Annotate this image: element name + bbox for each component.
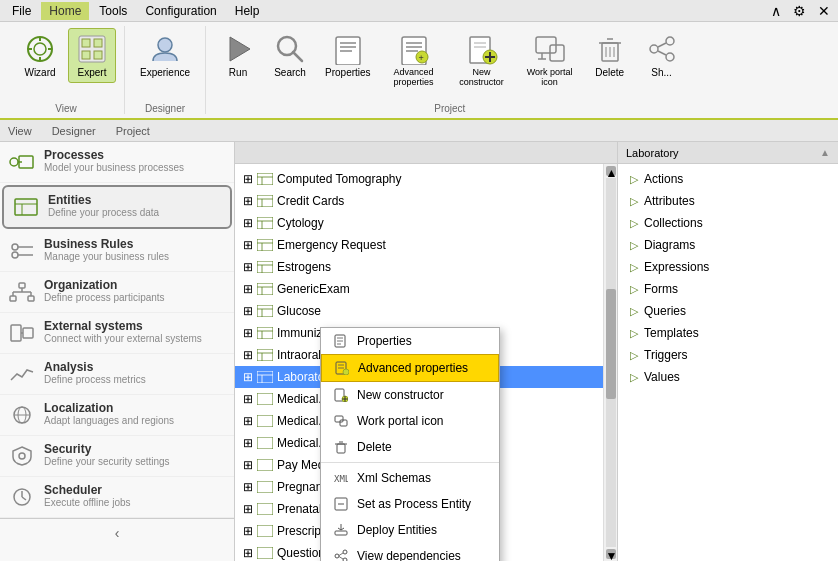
sidebar-item-security[interactable]: Security Define your security settings xyxy=(0,436,234,477)
ribbon-btn-run[interactable]: Run xyxy=(214,28,262,83)
sidebar-item-organization[interactable]: Organization Define process participants xyxy=(0,272,234,313)
svg-rect-63 xyxy=(11,325,21,341)
context-menu-sep1 xyxy=(321,462,499,463)
svg-rect-109 xyxy=(257,525,273,537)
entity-tree-icon xyxy=(257,545,273,561)
expander: ⊞ xyxy=(243,524,255,538)
right-item-triggers[interactable]: ▷ Triggers xyxy=(618,344,838,366)
context-menu-xml-schemas[interactable]: XML Xml Schemas xyxy=(321,465,499,491)
tree-item-computed-tomography[interactable]: ⊞ Computed Tomography xyxy=(235,168,617,190)
experience-icon xyxy=(149,33,181,65)
right-item-expressions[interactable]: ▷ Expressions xyxy=(618,256,838,278)
section-view-label: View xyxy=(8,125,32,137)
sidebar-item-processes[interactable]: Processes Model your business processes xyxy=(0,142,234,183)
context-menu-properties-label: Properties xyxy=(357,334,412,348)
window-minimize[interactable]: ∧ xyxy=(767,3,785,19)
context-menu-new-constructor[interactable]: New constructor xyxy=(321,382,499,408)
right-item-templates[interactable]: ▷ Templates xyxy=(618,322,838,344)
menu-file[interactable]: File xyxy=(4,2,39,20)
menu-help[interactable]: Help xyxy=(227,2,268,20)
view-group-label: View xyxy=(55,103,77,114)
ribbon-btn-search[interactable]: Search xyxy=(266,28,314,83)
tree-item-credit-cards[interactable]: ⊞ Credit Cards xyxy=(235,190,617,212)
scroll-down-btn[interactable]: ▼ xyxy=(606,549,616,559)
expander: ⊞ xyxy=(243,238,255,252)
entities-subtitle: Define your process data xyxy=(48,207,159,218)
context-menu-set-process-entity[interactable]: Set as Process Entity xyxy=(321,491,499,517)
tree-item-emergency-request[interactable]: ⊞ Emergency Request xyxy=(235,234,617,256)
ribbon-btn-wizard[interactable]: Wizard xyxy=(16,28,64,83)
right-item-forms[interactable]: ▷ Forms xyxy=(618,278,838,300)
ribbon-btn-experience[interactable]: Experience xyxy=(133,28,197,83)
right-item-values[interactable]: ▷ Values xyxy=(618,366,838,388)
scroll-up-btn[interactable]: ▲ xyxy=(606,166,616,176)
right-item-icon: ▷ xyxy=(630,371,638,384)
sidebar-collapse-btn[interactable]: ‹ xyxy=(0,518,234,546)
tree-item-glucose[interactable]: ⊞ Glucose xyxy=(235,300,617,322)
entity-tree-icon xyxy=(257,391,273,407)
context-menu-deploy-entities[interactable]: Deploy Entities xyxy=(321,517,499,543)
menu-tools[interactable]: Tools xyxy=(91,2,135,20)
right-item-collections[interactable]: ▷ Collections xyxy=(618,212,838,234)
organization-text: Organization Define process participants xyxy=(44,278,165,303)
context-menu-delete[interactable]: Delete xyxy=(321,434,499,460)
center-panel-header xyxy=(235,142,617,164)
context-menu-deploy-entities-label: Deploy Entities xyxy=(357,523,437,537)
window-settings[interactable]: ⚙ xyxy=(789,3,810,19)
sidebar-item-entities[interactable]: Entities Define your process data xyxy=(2,185,232,229)
ribbon-btn-delete[interactable]: Delete xyxy=(586,28,634,83)
tree-item-genericexam[interactable]: ⊞ GenericExam xyxy=(235,278,617,300)
context-menu-advanced-properties[interactable]: Advanced properties xyxy=(321,354,499,382)
ribbon-btn-properties[interactable]: Properties xyxy=(318,28,378,83)
sidebar-item-analysis[interactable]: Analysis Define process metrics xyxy=(0,354,234,395)
ribbon-btn-new-constructor[interactable]: New constructor xyxy=(450,28,514,92)
right-item-icon: ▷ xyxy=(630,261,638,274)
svg-point-11 xyxy=(158,38,172,52)
svg-line-137 xyxy=(339,553,343,556)
center-scrollbar[interactable]: ▲ ▼ xyxy=(603,164,617,561)
right-item-attributes[interactable]: ▷ Attributes xyxy=(618,190,838,212)
organization-icon xyxy=(8,278,36,306)
svg-rect-97 xyxy=(257,349,273,361)
sidebar-item-scheduler[interactable]: Scheduler Execute offline jobs xyxy=(0,477,234,518)
processes-subtitle: Model your business processes xyxy=(44,162,184,173)
context-menu-view-dependencies-label: View dependencies xyxy=(357,549,461,561)
tree-item-estrogens[interactable]: ⊞ Estrogens xyxy=(235,256,617,278)
ribbon-btn-work-portal-icon[interactable]: Work portal icon xyxy=(518,28,582,92)
ribbon-btn-share[interactable]: Sh... xyxy=(638,28,686,83)
context-menu-view-dependencies[interactable]: View dependencies xyxy=(321,543,499,561)
right-tree-area: ▷ Actions ▷ Attributes ▷ Collections ▷ D… xyxy=(618,164,838,561)
right-item-diagrams[interactable]: ▷ Diagrams xyxy=(618,234,838,256)
share-icon xyxy=(646,33,678,65)
right-item-actions[interactable]: ▷ Actions xyxy=(618,168,838,190)
menu-configuration[interactable]: Configuration xyxy=(137,2,224,20)
scroll-thumb[interactable] xyxy=(606,289,616,400)
scroll-track[interactable] xyxy=(606,178,616,547)
svg-rect-108 xyxy=(257,503,273,515)
svg-rect-85 xyxy=(257,261,273,273)
ribbon-btn-advanced-properties[interactable]: + Advanced properties xyxy=(382,28,446,92)
sidebar-item-external-systems[interactable]: External systems Connect with your exter… xyxy=(0,313,234,354)
ribbon-btn-expert[interactable]: Expert xyxy=(68,28,116,83)
expander: ⊞ xyxy=(243,282,255,296)
right-item-label: Triggers xyxy=(644,348,688,362)
expander: ⊞ xyxy=(243,304,255,318)
menu-home[interactable]: Home xyxy=(41,2,89,20)
window-close[interactable]: ✕ xyxy=(814,3,834,19)
processes-icon xyxy=(8,148,36,176)
expander: ⊞ xyxy=(243,172,255,186)
tree-item-cytology[interactable]: ⊞ Cytology xyxy=(235,212,617,234)
svg-rect-100 xyxy=(257,371,273,383)
sidebar-item-localization[interactable]: Localization Adapt languages and regions xyxy=(0,395,234,436)
svg-rect-82 xyxy=(257,239,273,251)
new-constructor-menu-icon xyxy=(333,387,349,403)
svg-line-44 xyxy=(658,43,666,47)
right-item-queries[interactable]: ▷ Queries xyxy=(618,300,838,322)
properties-icon xyxy=(332,33,364,65)
sidebar: Processes Model your business processes … xyxy=(0,142,235,561)
context-menu-properties[interactable]: Properties xyxy=(321,328,499,354)
expert-icon xyxy=(76,33,108,65)
sidebar-item-business-rules[interactable]: Business Rules Manage your business rule… xyxy=(0,231,234,272)
run-icon xyxy=(222,33,254,65)
context-menu-work-portal-icon[interactable]: Work portal icon xyxy=(321,408,499,434)
